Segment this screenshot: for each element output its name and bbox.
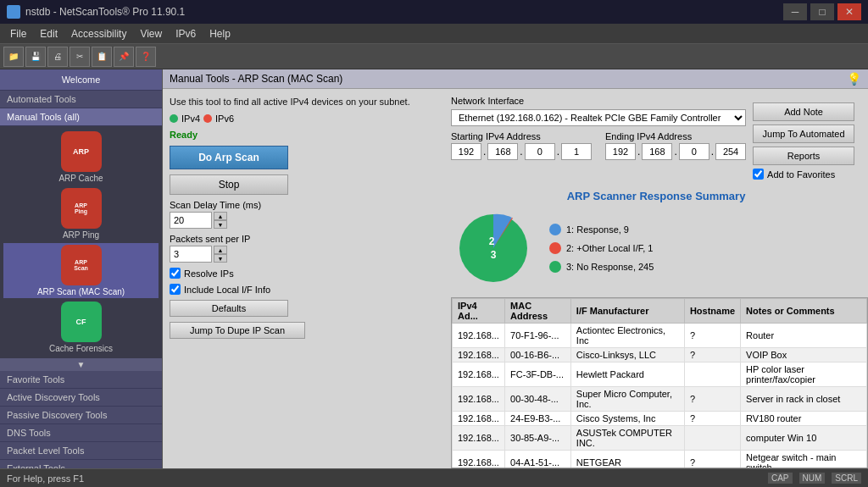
stop-button[interactable]: Stop bbox=[170, 174, 288, 195]
start-ip-field-1[interactable] bbox=[451, 143, 481, 160]
menu-edit[interactable]: Edit bbox=[33, 24, 64, 43]
data-table: IPv4 Ad... MAC Address I/F Manufacturer … bbox=[452, 298, 867, 468]
add-favorites-label: Add to Favorites bbox=[767, 169, 835, 180]
end-ip-fields: . . . bbox=[605, 143, 746, 160]
start-ip-field-3[interactable] bbox=[525, 143, 555, 160]
resolve-ips-checkbox[interactable] bbox=[170, 268, 181, 279]
icon-cache-forensics[interactable]: CF Cache Forensics bbox=[3, 300, 159, 355]
toolbar-btn-6[interactable]: 📌 bbox=[114, 47, 134, 67]
table-row[interactable]: 192.168...30-85-A9-...ASUSTek COMPUTER I… bbox=[453, 426, 867, 451]
scroll-down-button[interactable]: ▼ bbox=[0, 358, 162, 371]
reports-button[interactable]: Reports bbox=[753, 147, 854, 165]
network-interface-select[interactable]: Ethernet (192.168.0.162) - Realtek PCIe … bbox=[451, 109, 746, 126]
status-bar: For Help, press F1 CAP NUM SCRL bbox=[0, 468, 868, 487]
menu-file[interactable]: File bbox=[3, 24, 33, 43]
menu-help[interactable]: Help bbox=[203, 24, 237, 43]
start-ip-group: Starting IPv4 Address . . . bbox=[451, 131, 592, 160]
scan-delay-label: Scan Delay Time (ms) bbox=[170, 200, 444, 210]
sidebar-welcome[interactable]: Welcome bbox=[0, 69, 162, 91]
start-ip-field-4[interactable] bbox=[561, 143, 592, 160]
menu-accessibility[interactable]: Accessibility bbox=[64, 24, 133, 43]
icon-section: ARP ARP Cache ARPPing ARP Ping ARPScan A… bbox=[0, 126, 162, 358]
left-panel: Use this tool to find all active IPv4 de… bbox=[163, 89, 451, 468]
end-ip-field-3[interactable] bbox=[679, 143, 709, 160]
defaults-button[interactable]: Defaults bbox=[170, 300, 288, 317]
table-cell-6-3: ? bbox=[684, 451, 740, 469]
legend-dot-2 bbox=[549, 242, 561, 254]
toolbar-btn-3[interactable]: 🖨 bbox=[47, 47, 68, 67]
menu-view[interactable]: View bbox=[133, 24, 169, 43]
network-interface-label: Network Interface bbox=[451, 96, 746, 106]
arp-cache-icon: ARP bbox=[61, 131, 102, 172]
icon-arp-scan[interactable]: ARPScan ARP Scan (MAC Scan) bbox=[3, 243, 159, 298]
toolbar-btn-1[interactable]: 📁 bbox=[3, 47, 24, 67]
end-ip-group: Ending IPv4 Address . . . bbox=[605, 131, 746, 160]
table-row[interactable]: 192.168...70-F1-96-...Actiontec Electron… bbox=[453, 324, 867, 348]
table-row[interactable]: 192.168...00-16-B6-...Cisco-Linksys, LLC… bbox=[453, 348, 867, 362]
maximize-button[interactable]: □ bbox=[810, 3, 834, 20]
minimize-button[interactable]: ─ bbox=[783, 3, 807, 20]
scan-delay-up[interactable]: ▲ bbox=[214, 212, 227, 220]
menu-ipv6[interactable]: IPv6 bbox=[169, 24, 203, 43]
arp-cache-label: ARP Cache bbox=[58, 174, 103, 183]
sidebar-favorite-tools[interactable]: Favorite Tools bbox=[0, 371, 162, 389]
include-local-checkbox[interactable] bbox=[170, 284, 181, 295]
sidebar-external-tools[interactable]: External Tools bbox=[0, 460, 162, 468]
packets-down[interactable]: ▼ bbox=[214, 254, 227, 263]
icon-arp-ping[interactable]: ARPPing ARP Ping bbox=[3, 186, 159, 241]
add-favorites-row: Add to Favorites bbox=[753, 169, 854, 180]
scan-delay-input[interactable] bbox=[170, 212, 212, 229]
table-cell-2-1: FC-3F-DB-... bbox=[505, 362, 571, 387]
table-row[interactable]: 192.168...04-A1-51-...NETGEAR?Netgear sw… bbox=[453, 451, 867, 469]
chart-area: ARP Scanner Response Summary bbox=[451, 190, 868, 294]
toolbar-btn-5[interactable]: 📋 bbox=[92, 47, 112, 67]
add-note-button[interactable]: Add Note bbox=[753, 102, 854, 121]
sidebar-passive-discovery[interactable]: Passive Discovery Tools bbox=[0, 407, 162, 424]
packets-per-ip-input-group: ▲ ▼ bbox=[170, 246, 444, 263]
legend-item-1: 1: Response, 9 bbox=[549, 224, 654, 235]
data-table-wrapper[interactable]: IPv4 Ad... MAC Address I/F Manufacturer … bbox=[451, 297, 868, 468]
sidebar-active-discovery[interactable]: Active Discovery Tools bbox=[0, 389, 162, 407]
table-cell-4-4: RV180 router bbox=[741, 412, 867, 426]
icon-arp-cache[interactable]: ARP ARP Cache bbox=[3, 130, 159, 185]
packets-spinner: ▲ ▼ bbox=[214, 246, 227, 263]
start-ip-field-2[interactable] bbox=[487, 143, 518, 160]
jump-automated-button[interactable]: Jump To Automated bbox=[753, 125, 854, 143]
end-ip-field-2[interactable] bbox=[642, 143, 672, 160]
right-content: Network Interface Ethernet (192.168.0.16… bbox=[451, 89, 868, 468]
table-cell-2-4: HP color laser printer/fax/copier bbox=[741, 362, 867, 387]
network-ip-section: Network Interface Ethernet (192.168.0.16… bbox=[451, 96, 746, 186]
content-title: Manual Tools - ARP Scan (MAC Scan) bbox=[170, 73, 342, 85]
caps-indicator: CAP bbox=[768, 473, 793, 484]
add-favorites-checkbox[interactable] bbox=[753, 169, 764, 180]
sidebar-automated-tools[interactable]: Automated Tools bbox=[0, 91, 162, 108]
table-row[interactable]: 192.168...24-E9-B3-...Cisco Systems, Inc… bbox=[453, 412, 867, 426]
table-cell-1-3: ? bbox=[684, 348, 740, 362]
jump-dupe-button[interactable]: Jump To Dupe IP Scan bbox=[170, 322, 305, 339]
scan-delay-group: Scan Delay Time (ms) ▲ ▼ bbox=[170, 200, 444, 229]
toolbar-btn-4[interactable]: ✂ bbox=[70, 47, 90, 67]
packets-per-ip-input[interactable] bbox=[170, 246, 212, 263]
close-button[interactable]: ✕ bbox=[837, 3, 861, 20]
main-layout: Welcome Automated Tools Manual Tools (al… bbox=[0, 69, 868, 468]
packets-up[interactable]: ▲ bbox=[214, 246, 227, 254]
toolbar-btn-2[interactable]: 💾 bbox=[25, 47, 46, 67]
table-row[interactable]: 192.168...FC-3F-DB-...Hewlett PackardHP … bbox=[453, 362, 867, 387]
table-cell-6-0: 192.168... bbox=[453, 451, 505, 469]
sidebar-dns-tools[interactable]: DNS Tools bbox=[0, 424, 162, 442]
toolbar-btn-7[interactable]: ❓ bbox=[136, 47, 156, 67]
sidebar-manual-tools[interactable]: Manual Tools (all) bbox=[0, 108, 162, 126]
resolve-ips-row: Resolve IPs bbox=[170, 268, 444, 279]
col-mac: MAC Address bbox=[505, 299, 571, 324]
legend-label-1: 1: Response, 9 bbox=[566, 224, 629, 235]
table-cell-6-2: NETGEAR bbox=[570, 451, 684, 469]
table-cell-1-0: 192.168... bbox=[453, 348, 505, 362]
do-arp-scan-button[interactable]: Do Arp Scan bbox=[170, 146, 288, 169]
table-row[interactable]: 192.168...00-30-48-...Super Micro Comput… bbox=[453, 387, 867, 412]
status-bar-right: CAP NUM SCRL bbox=[768, 473, 861, 484]
end-ip-field-4[interactable] bbox=[715, 143, 746, 160]
col-ipv4: IPv4 Ad... bbox=[453, 299, 505, 324]
scan-delay-down[interactable]: ▼ bbox=[214, 220, 227, 229]
sidebar-packet-level[interactable]: Packet Level Tools bbox=[0, 442, 162, 460]
end-ip-field-1[interactable] bbox=[605, 143, 636, 160]
